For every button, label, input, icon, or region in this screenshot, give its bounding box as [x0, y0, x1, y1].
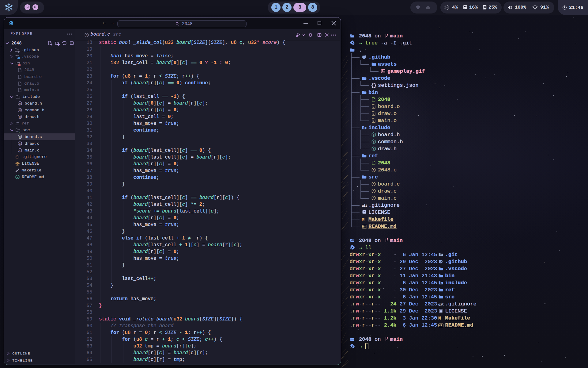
svg-text:H: H [19, 109, 21, 112]
svg-text:C: C [373, 141, 375, 144]
svg-text:H: H [19, 116, 21, 119]
svg-text:C: C [373, 190, 375, 193]
svg-text:C: C [19, 130, 20, 133]
svg-text:C: C [373, 169, 375, 172]
svg-text:C: C [373, 148, 375, 151]
svg-text:C: C [19, 136, 21, 139]
svg-text:C: C [19, 149, 21, 152]
svg-text:C: C [373, 197, 375, 200]
svg-text:H: H [19, 102, 21, 105]
svg-text:C: C [19, 142, 21, 146]
svg-text:C: C [373, 134, 375, 137]
svg-text:C: C [373, 183, 375, 186]
svg-text:C: C [86, 34, 88, 37]
